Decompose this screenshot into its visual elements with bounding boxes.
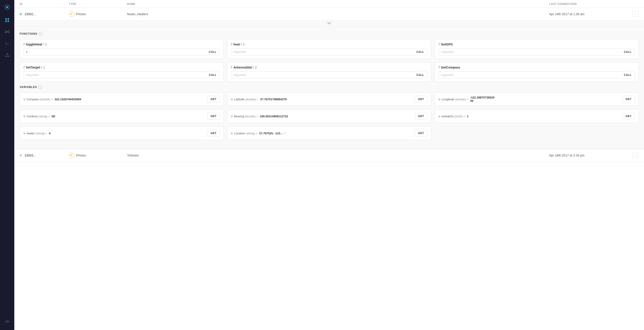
variable-cardinal-info: v Cardinal (string) = SE xyxy=(24,114,207,118)
function-item-getcompass: f GetCompass CALL xyxy=(435,62,639,82)
function-icon-antennastat: f xyxy=(231,66,232,69)
sidebar-item-devices[interactable] xyxy=(0,14,14,26)
variables-title-text: VARIABLES xyxy=(20,86,37,89)
function-getgps-header: f GetGPS xyxy=(438,43,635,46)
functions-info-icon: i xyxy=(39,32,42,36)
variable-icon-longitude: v xyxy=(438,97,440,101)
svg-line-29 xyxy=(7,320,8,323)
svg-line-26 xyxy=(6,54,7,56)
variable-compass-type: (double) = xyxy=(39,98,54,101)
variable-location-row: v Location (string) = 37.767525, -122...… xyxy=(231,130,427,136)
variable-heater-value: 4 xyxy=(49,132,50,135)
variable-latitude-get-button[interactable]: GET xyxy=(415,96,427,103)
main-content: ID Type Name Last Connection 23002... P … xyxy=(14,0,644,330)
variable-isheat-type: (int32) = xyxy=(454,115,466,118)
variable-isheat-get-button[interactable]: GET xyxy=(622,113,635,119)
function-settarget-call-button[interactable]: CALL xyxy=(206,72,220,78)
variable-latitude-name: Latitude xyxy=(234,98,244,101)
variable-cardinal-row: v Cardinal (string) = SE GET xyxy=(24,113,220,119)
device2-more-button[interactable]: ··· xyxy=(632,153,639,158)
svg-line-27 xyxy=(7,54,8,56)
device1-more-button[interactable]: ··· xyxy=(632,12,639,17)
variables-info-icon: i xyxy=(38,85,42,89)
function-getcompass-name: GetCompass xyxy=(441,66,460,69)
device2-status-dot xyxy=(20,154,22,156)
function-toggleheat-name: toggleHeat xyxy=(26,43,42,46)
device-row-1[interactable]: 23002... P Photon Noam_Heaters Apr 24th … xyxy=(14,8,644,21)
variable-bearing-name: Bearing xyxy=(234,115,244,118)
function-toggleheat-call-button[interactable]: CALL xyxy=(206,49,220,55)
variable-longitude-info: v Longitude (double) = -122.399757385253… xyxy=(438,96,622,103)
svg-point-16 xyxy=(5,32,6,33)
function-settarget-value: = 1 xyxy=(40,66,45,69)
variable-icon-isheat: v xyxy=(438,114,440,118)
svg-point-15 xyxy=(8,31,10,32)
function-getgps-input-row: CALL xyxy=(438,48,635,55)
variable-location-get-button[interactable]: GET xyxy=(415,130,427,136)
variable-location-info: v Location (string) = 37.767525, -122...… xyxy=(231,131,415,135)
function-getcompass-call-button[interactable]: CALL xyxy=(621,72,635,78)
svg-line-5 xyxy=(5,5,6,6)
function-item-heat: f heat = 1 CALL xyxy=(227,39,431,59)
variable-compass-name: Compass xyxy=(26,98,39,101)
function-antennastat-value: = 2 xyxy=(252,66,257,69)
function-heat-header: f heat = 1 xyxy=(231,43,427,46)
variable-compass-get-button[interactable]: GET xyxy=(207,96,220,103)
function-heat-call-button[interactable]: CALL xyxy=(413,49,427,55)
function-heat-input-row: CALL xyxy=(231,48,427,55)
function-icon-heat: f xyxy=(231,43,232,46)
function-settarget-input[interactable] xyxy=(24,71,206,78)
function-getgps-call-button[interactable]: CALL xyxy=(621,49,635,55)
function-getgps-input[interactable] xyxy=(438,48,621,55)
variable-bearing-type: (double) = xyxy=(244,115,259,118)
sidebar-item-mesh[interactable] xyxy=(0,49,14,61)
variables-grid-row1: v Compass (double) = 322.1526794433594 G… xyxy=(20,92,639,106)
expand-triangle-icon xyxy=(326,22,332,25)
variable-bearing-row: v Bearing (double) = 108.45314908112732 … xyxy=(231,113,427,119)
variable-item-longitude: v Longitude (double) = -122.399757385253… xyxy=(435,92,639,106)
expand-indicator xyxy=(14,21,644,27)
sidebar-item-code[interactable] xyxy=(0,316,14,327)
svg-point-14 xyxy=(5,31,6,32)
device1-type-badge: P xyxy=(69,12,74,17)
variable-latitude-value: 37.76751708984375 xyxy=(260,98,287,101)
svg-line-8 xyxy=(5,9,6,9)
svg-rect-12 xyxy=(8,21,9,22)
function-heat-input[interactable] xyxy=(231,48,413,55)
variable-isheat-name: isHeatOn xyxy=(442,115,454,118)
function-toggleheat-input[interactable] xyxy=(24,48,206,55)
sidebar-item-console[interactable] xyxy=(0,38,14,49)
device2-actions-col: ··· xyxy=(625,153,639,158)
function-getcompass-input[interactable] xyxy=(438,71,621,78)
svg-point-25 xyxy=(8,56,9,57)
variable-heater-get-button[interactable]: GET xyxy=(207,130,220,136)
function-settarget-name: SetTarget xyxy=(26,66,40,69)
variable-longitude-get-button[interactable]: GET xyxy=(622,96,635,103)
function-toggleheat-input-row: CALL xyxy=(24,48,220,55)
variable-heater-type: (string) = xyxy=(35,132,48,135)
variable-item-latitude: v Latitude (double) = 37.76751708984375 … xyxy=(227,92,431,106)
variable-location-name: Location xyxy=(234,132,245,135)
svg-rect-9 xyxy=(5,18,7,20)
device-row-2[interactable]: 33003... P Photon YoNoam Apr 18th 2017 a… xyxy=(14,149,644,162)
function-item-getgps: f GetGPS CALL xyxy=(435,39,639,59)
function-getcompass-input-row: CALL xyxy=(438,71,635,78)
function-toggleheat-header: f toggleHeat = 1 xyxy=(24,43,220,46)
functions-grid-row1: f toggleHeat = 1 CALL f heat = 1 xyxy=(20,39,639,59)
device1-id-col: 23002... xyxy=(20,12,69,16)
header-id: ID xyxy=(20,2,69,6)
device1-last-connection: Apr 24th 2017 at 1:36 am xyxy=(549,12,584,16)
variable-bearing-get-button[interactable]: GET xyxy=(415,113,427,119)
functions-grid-row2: f SetTarget = 1 CALL f AntennaStat = 2 xyxy=(20,62,639,82)
function-antennastat-input[interactable] xyxy=(231,71,413,78)
variable-longitude-name: Longitude xyxy=(442,98,454,101)
sidebar-item-integrations[interactable] xyxy=(0,26,14,38)
function-heat-name: heat xyxy=(234,43,240,46)
variable-location-value: 37.767525, -122... xyxy=(259,132,283,135)
svg-rect-10 xyxy=(8,18,9,20)
device2-connection-col: Apr 18th 2017 at 2:34 pm xyxy=(549,153,625,157)
variable-cardinal-get-button[interactable]: GET xyxy=(207,113,220,119)
svg-line-18 xyxy=(6,31,6,32)
copy-icon-location[interactable]: ⎘ xyxy=(284,132,286,135)
function-antennastat-call-button[interactable]: CALL xyxy=(413,72,427,78)
